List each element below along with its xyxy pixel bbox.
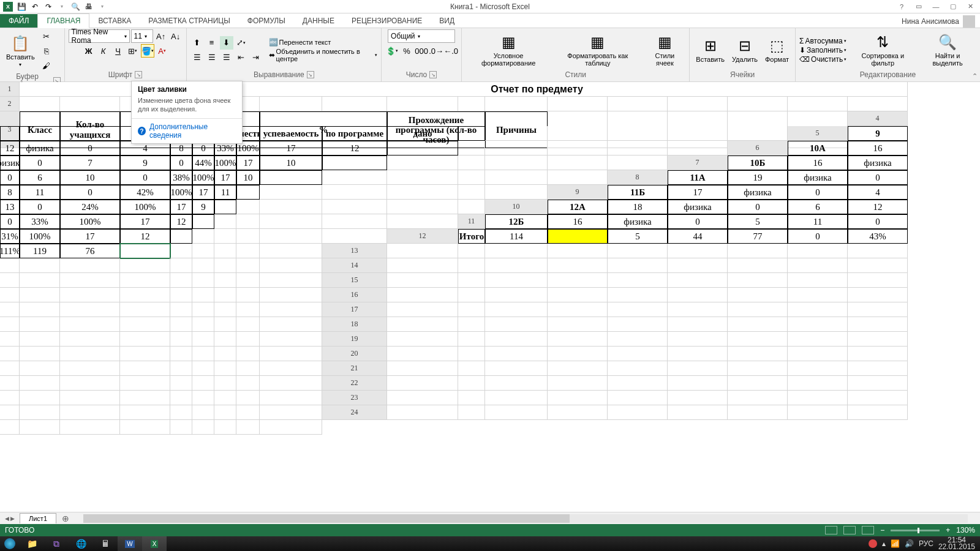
cell-styles-button[interactable]: ▦Стили ячеек: [644, 31, 685, 69]
cell-prog[interactable]: 17: [60, 229, 120, 244]
zoom-level[interactable]: 130%: [956, 526, 975, 534]
cell[interactable]: [387, 200, 458, 214]
cell-reasons[interactable]: [170, 229, 192, 244]
cell-4[interactable]: 7: [60, 156, 120, 170]
cell[interactable]: [485, 376, 548, 391]
cell[interactable]: [548, 244, 608, 258]
cell-prog[interactable]: 17: [170, 200, 192, 214]
cell[interactable]: [170, 391, 192, 405]
cell[interactable]: [485, 185, 548, 200]
cell[interactable]: [788, 288, 848, 302]
cell[interactable]: [788, 361, 848, 376]
cell[interactable]: [728, 347, 788, 361]
cell[interactable]: [170, 376, 192, 391]
cell-subject[interactable]: физика: [788, 170, 848, 185]
align-center-icon[interactable]: ☰: [205, 51, 219, 64]
cell[interactable]: [322, 214, 387, 229]
cell[interactable]: [170, 273, 192, 288]
cell-success[interactable]: 100%: [20, 229, 60, 244]
cell-prog[interactable]: 17: [192, 185, 214, 200]
comma-icon[interactable]: 000: [415, 44, 428, 58]
tray-notif-icon[interactable]: [869, 539, 877, 548]
cell[interactable]: [20, 361, 60, 376]
cell-students[interactable]: 16: [788, 156, 848, 170]
cell[interactable]: [548, 405, 608, 420]
tab-file[interactable]: ФАЙЛ: [0, 14, 37, 28]
cell[interactable]: [192, 273, 214, 288]
cell[interactable]: [458, 391, 485, 405]
find-select-button[interactable]: 🔍Найти и выделить: [919, 31, 976, 69]
cell[interactable]: [788, 302, 848, 317]
row-header[interactable]: 18: [322, 317, 387, 332]
cell[interactable]: [120, 317, 170, 332]
row-header[interactable]: 14: [322, 258, 387, 273]
cell[interactable]: [60, 347, 120, 361]
cell[interactable]: [728, 361, 788, 376]
cell-given[interactable]: 12: [322, 141, 387, 156]
cell-reasons[interactable]: [387, 141, 458, 156]
cell-students[interactable]: 19: [728, 170, 788, 185]
worksheet[interactable]: 1Отчет по предмету23КлассКол-во учащихся…: [0, 82, 980, 524]
cell[interactable]: [848, 97, 908, 111]
cell[interactable]: [458, 244, 485, 258]
cell[interactable]: [0, 391, 20, 405]
font-size-combo[interactable]: 11▾: [131, 29, 153, 43]
cell[interactable]: [0, 332, 20, 347]
number-launcher[interactable]: ↘: [429, 71, 437, 78]
cell[interactable]: [236, 317, 260, 332]
inc-decimal-icon[interactable]: .0→: [429, 44, 443, 58]
cell[interactable]: [260, 391, 322, 405]
dec-decimal-icon[interactable]: ←.0: [444, 44, 458, 58]
cell[interactable]: [170, 420, 192, 435]
cell[interactable]: [728, 273, 788, 288]
cell[interactable]: [788, 332, 848, 347]
cell-quality[interactable]: 42%: [120, 185, 170, 200]
cell[interactable]: [387, 288, 458, 302]
cell[interactable]: [608, 302, 668, 317]
cell-reasons[interactable]: [214, 200, 236, 214]
cell[interactable]: [485, 317, 548, 332]
wrap-text-button[interactable]: 🔤Перенести текст: [269, 38, 377, 47]
cell-total-na[interactable]: 0: [788, 229, 848, 244]
ribbon-display-icon[interactable]: ▭: [913, 2, 925, 12]
cell[interactable]: [170, 332, 192, 347]
cell[interactable]: [260, 405, 322, 420]
cell[interactable]: [120, 361, 170, 376]
delete-cells-button[interactable]: ⊟Удалить: [729, 35, 760, 66]
cell-total-3[interactable]: 77: [728, 229, 788, 244]
cell[interactable]: [387, 244, 458, 258]
cell[interactable]: [848, 361, 908, 376]
cell-3[interactable]: 9: [120, 156, 170, 170]
cell[interactable]: [668, 347, 728, 361]
cell[interactable]: [260, 420, 322, 435]
cell[interactable]: [458, 141, 485, 156]
cell-total-5[interactable]: 5: [608, 229, 668, 244]
cell[interactable]: [0, 347, 20, 361]
tray-clock[interactable]: 21:5422.01.2015: [938, 537, 975, 550]
tab-view[interactable]: ВИД: [431, 14, 463, 28]
cell[interactable]: [214, 317, 236, 332]
cell[interactable]: [788, 97, 848, 111]
cell[interactable]: [20, 332, 60, 347]
cell[interactable]: [848, 288, 908, 302]
cell[interactable]: [120, 376, 170, 391]
cell[interactable]: [120, 302, 170, 317]
cell[interactable]: [458, 185, 485, 200]
tray-sound-icon[interactable]: 🔊: [905, 539, 914, 548]
cell[interactable]: [120, 332, 170, 347]
cell[interactable]: [192, 258, 214, 273]
cell[interactable]: [548, 258, 608, 273]
cell[interactable]: [120, 288, 170, 302]
row-header[interactable]: 9: [548, 185, 608, 200]
cell[interactable]: [214, 258, 236, 273]
cell-quality[interactable]: 44%: [192, 156, 214, 170]
cell-5[interactable]: 0: [728, 200, 788, 214]
format-cells-button[interactable]: ⬚Формат: [763, 35, 791, 66]
cell-na[interactable]: 0: [20, 200, 60, 214]
cell-5[interactable]: 0: [668, 214, 728, 229]
cell[interactable]: [20, 405, 60, 420]
indent-inc-icon[interactable]: ⇥: [249, 51, 263, 64]
cell[interactable]: [387, 258, 458, 273]
cell[interactable]: [668, 141, 728, 156]
cell[interactable]: [20, 347, 60, 361]
